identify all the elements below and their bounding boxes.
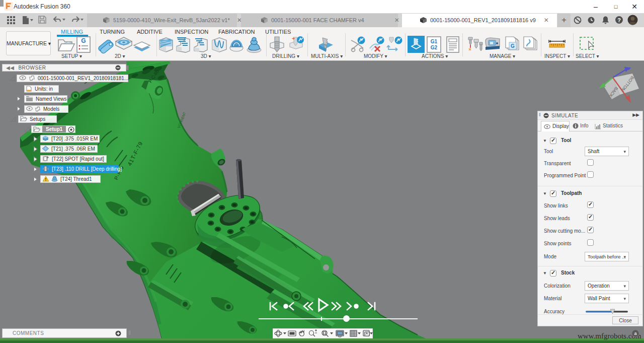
svg-text:+: + (292, 36, 295, 41)
svg-text:G1: G1 (431, 39, 438, 44)
svg-text:G: G (511, 43, 515, 49)
svg-text:G2: G2 (431, 45, 438, 50)
svg-text:?: ? (617, 17, 621, 23)
svg-text:G: G (81, 37, 86, 44)
